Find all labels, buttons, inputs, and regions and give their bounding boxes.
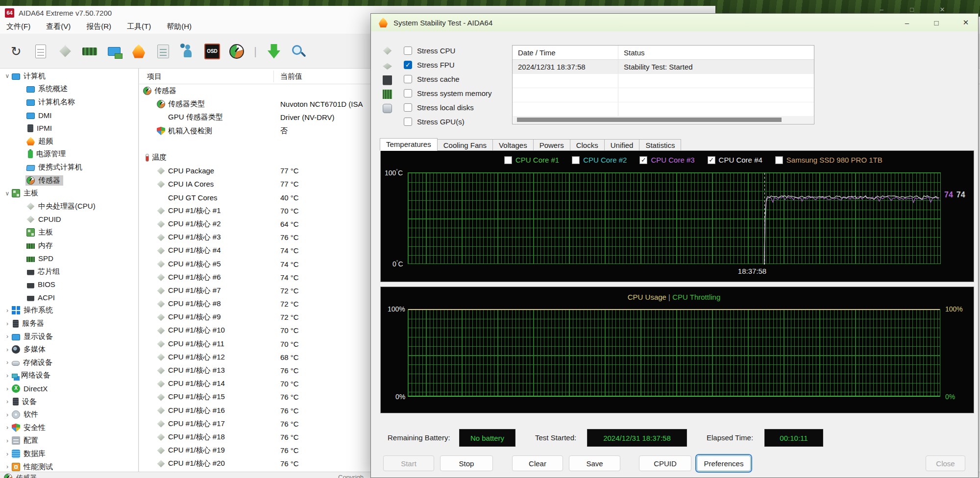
- menu-item[interactable]: 查看(V): [46, 22, 71, 31]
- tab-Temperatures[interactable]: Temperatures: [380, 138, 438, 151]
- sidebar-item-安全性[interactable]: ›安全性: [0, 421, 138, 434]
- gpu-icon[interactable]: [106, 43, 122, 60]
- expand-arrow-icon[interactable]: ›: [4, 451, 11, 457]
- expand-arrow-icon[interactable]: ›: [4, 333, 11, 340]
- legend-checkbox-CPU Core #3[interactable]: ✓: [639, 156, 647, 164]
- dialog-close-icon[interactable]: ✕: [960, 18, 971, 27]
- cpuid-button[interactable]: CPUID: [639, 455, 691, 471]
- sidebar-item-系统概述[interactable]: 系统概述: [0, 83, 138, 96]
- sidebar-item-服务器[interactable]: ›服务器: [0, 317, 138, 330]
- stop-button[interactable]: Stop: [440, 455, 493, 471]
- preferences-button[interactable]: Preferences: [697, 455, 751, 471]
- expand-arrow-icon[interactable]: ∨: [4, 190, 11, 197]
- osd-icon[interactable]: OSD: [204, 43, 220, 60]
- menu-item[interactable]: 文件(F): [6, 22, 30, 31]
- sidebar-item-计算机名称[interactable]: 计算机名称: [0, 96, 138, 109]
- expand-arrow-icon[interactable]: ›: [4, 411, 11, 418]
- sidebar-item-DMI[interactable]: DMI: [0, 109, 138, 122]
- log-col-status[interactable]: Status: [618, 48, 645, 57]
- expand-arrow-icon[interactable]: ›: [4, 463, 11, 470]
- sidebar-item-便携式计算机[interactable]: 便携式计算机: [0, 161, 138, 174]
- main-maximize-icon[interactable]: □: [907, 6, 916, 13]
- checkbox-Stress system memory[interactable]: [404, 89, 412, 97]
- sidebar-item-显示设备[interactable]: ›显示设备: [0, 330, 138, 343]
- report-icon[interactable]: [32, 43, 49, 60]
- log-table-scrollbar-thumb[interactable]: [517, 118, 782, 122]
- checkbox-Stress local disks[interactable]: [404, 103, 412, 112]
- main-window-controls[interactable]: – □ ✕: [877, 6, 947, 13]
- dialog-minimize-icon[interactable]: –: [902, 19, 912, 27]
- main-close-icon[interactable]: ✕: [938, 6, 947, 13]
- sidebar-item-数据库[interactable]: ›数据库: [0, 447, 138, 460]
- sidebar-item-SPD[interactable]: SPD: [0, 252, 138, 265]
- column-header-item[interactable]: 项目: [147, 72, 162, 81]
- column-header-value[interactable]: 当前值: [280, 72, 302, 81]
- expand-arrow-icon[interactable]: ›: [4, 346, 11, 353]
- expand-arrow-icon[interactable]: ›: [4, 398, 11, 405]
- legend-checkbox-CPU Core #2[interactable]: [572, 156, 580, 164]
- sensor-gauge-icon[interactable]: [228, 43, 245, 60]
- sidebar-item-IPMI[interactable]: IPMI: [0, 121, 138, 135]
- expand-arrow-icon[interactable]: ∨: [4, 72, 11, 79]
- sidebar-item-主板[interactable]: 主板: [0, 226, 138, 239]
- checkbox-Stress CPU[interactable]: [404, 47, 412, 55]
- sidebar-item-芯片组[interactable]: 芯片组: [0, 265, 138, 278]
- checkbox-Stress GPU(s)[interactable]: [404, 118, 412, 126]
- expand-arrow-icon[interactable]: ›: [4, 385, 11, 392]
- sidebar-item-配置[interactable]: ›配置: [0, 434, 138, 448]
- sidebar-item-传感器[interactable]: 传感器: [0, 174, 138, 187]
- test-log-table[interactable]: Date / TimeStatus2024/12/31 18:37:58Stab…: [512, 45, 814, 124]
- save-button[interactable]: Save: [569, 455, 620, 471]
- log-table-header[interactable]: Date / TimeStatus: [513, 46, 814, 60]
- sidebar-item-软件[interactable]: ›软件: [0, 408, 138, 421]
- summary-list-icon[interactable]: [155, 43, 172, 60]
- expand-arrow-icon[interactable]: ›: [4, 320, 11, 327]
- sidebar-item-存储设备[interactable]: ›存储设备: [0, 356, 138, 369]
- dialog-titlebar[interactable]: System Stability Test - AIDA64 – □ ✕: [371, 14, 978, 31]
- dialog-maximize-icon[interactable]: □: [931, 19, 942, 27]
- overclock-flame-icon[interactable]: [130, 43, 147, 60]
- sidebar-item-BIOS[interactable]: BIOS: [0, 278, 138, 291]
- sidebar-item-超频[interactable]: 超频: [0, 135, 138, 148]
- tab-Unified[interactable]: Unified: [605, 139, 640, 151]
- sidebar-tree[interactable]: ∨计算机系统概述计算机名称DMIIPMI超频电源管理便携式计算机传感器∨主板中央…: [0, 69, 139, 472]
- log-row[interactable]: 2024/12/31 18:37:58Stability Test: Start…: [513, 60, 814, 74]
- sidebar-item-内存[interactable]: 内存: [0, 239, 138, 252]
- software-update-icon[interactable]: [266, 43, 282, 60]
- tab-Cooling Fans[interactable]: Cooling Fans: [438, 139, 493, 151]
- sidebar-item-多媒体[interactable]: ›多媒体: [0, 343, 138, 356]
- expand-arrow-icon[interactable]: ›: [4, 437, 11, 444]
- search-icon[interactable]: [290, 43, 307, 60]
- sidebar-item-计算机[interactable]: ∨计算机: [0, 70, 138, 83]
- tab-Powers[interactable]: Powers: [534, 139, 570, 151]
- menu-item[interactable]: 帮助(H): [167, 22, 192, 31]
- legend-checkbox-CPU Core #1[interactable]: [504, 156, 512, 164]
- log-table-scrollbar[interactable]: [513, 116, 813, 123]
- checkbox-Stress FPU[interactable]: ✓: [404, 61, 412, 69]
- sidebar-item-电源管理[interactable]: 电源管理: [0, 148, 138, 161]
- refresh-icon[interactable]: ↻: [8, 43, 24, 60]
- start-button[interactable]: Start: [383, 455, 434, 471]
- sidebar-item-主板[interactable]: ∨主板: [0, 187, 138, 200]
- memory-icon[interactable]: [81, 43, 98, 60]
- tab-Clocks[interactable]: Clocks: [570, 139, 605, 151]
- clear-button[interactable]: Clear: [512, 455, 563, 471]
- sidebar-item-设备[interactable]: ›设备: [0, 395, 138, 408]
- main-minimize-icon[interactable]: –: [877, 6, 886, 13]
- sidebar-item-网络设备[interactable]: ›网络设备: [0, 369, 138, 382]
- expand-arrow-icon[interactable]: ›: [4, 359, 11, 366]
- sidebar-item-CPUID[interactable]: CPUID: [0, 213, 138, 226]
- cpu-icon[interactable]: [57, 43, 74, 60]
- expand-arrow-icon[interactable]: ›: [4, 307, 11, 314]
- menu-item[interactable]: 报告(R): [86, 22, 111, 31]
- expand-arrow-icon[interactable]: ›: [4, 372, 11, 379]
- close-button[interactable]: Close: [926, 455, 965, 471]
- users-icon[interactable]: [179, 43, 196, 60]
- menu-item[interactable]: 工具(T): [127, 22, 151, 31]
- tab-Voltages[interactable]: Voltages: [493, 139, 534, 151]
- sidebar-item-ACPI[interactable]: ACPI: [0, 291, 138, 304]
- sidebar-item-DirectX[interactable]: ›XDirectX: [0, 382, 138, 395]
- log-col-datetime[interactable]: Date / Time: [513, 46, 618, 59]
- checkbox-Stress cache[interactable]: [404, 75, 412, 83]
- sidebar-item-中央处理器(CPU)[interactable]: 中央处理器(CPU): [0, 200, 138, 213]
